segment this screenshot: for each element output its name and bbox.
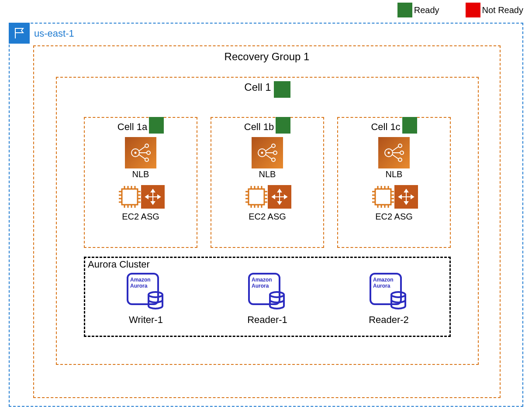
not-ready-swatch-icon <box>466 3 480 17</box>
region-name-label: us-east-1 <box>34 28 74 39</box>
svg-line-6 <box>139 147 145 151</box>
cell1-status-icon <box>274 81 290 98</box>
svg-point-2 <box>135 152 137 154</box>
aurora-cluster-title: Aurora Cluster <box>85 258 449 270</box>
subcell-1a: Cell 1a <box>84 117 197 248</box>
svg-point-69 <box>398 144 402 148</box>
svg-point-4 <box>147 151 150 155</box>
svg-marker-66 <box>284 195 287 199</box>
nlb-icon <box>378 137 410 168</box>
legend-not-ready: Not Ready <box>466 3 524 17</box>
svg-point-103 <box>270 292 284 297</box>
svg-marker-27 <box>151 189 155 192</box>
svg-marker-95 <box>404 202 408 204</box>
aurora-icon-text1: Amazon <box>373 277 394 283</box>
svg-point-37 <box>273 151 277 155</box>
asg-row <box>211 184 323 210</box>
aurora-icon-text1: Amazon <box>130 277 151 283</box>
svg-point-38 <box>272 158 275 161</box>
svg-marker-99 <box>411 195 414 199</box>
svg-point-5 <box>145 158 149 161</box>
aurora-node-label: Reader-1 <box>245 314 289 326</box>
asg-label: EC2 ASG <box>338 212 450 222</box>
svg-marker-29 <box>151 202 155 204</box>
subcell-1b: Cell 1b <box>211 117 324 248</box>
svg-line-74 <box>392 155 398 159</box>
aurora-node-label: Writer-1 <box>124 314 168 326</box>
svg-point-70 <box>400 151 404 155</box>
nlb-icon <box>252 137 283 168</box>
aurora-cluster-container: Aurora Cluster Amazon Aurora <box>84 257 451 337</box>
svg-marker-64 <box>272 195 275 199</box>
aurora-icon-text2: Aurora <box>130 283 148 289</box>
region-flag-icon <box>9 23 30 44</box>
aurora-node-label: Reader-2 <box>367 314 411 326</box>
svg-rect-9 <box>122 189 138 205</box>
subcell-1a-title: Cell 1a <box>117 119 147 133</box>
status-legend: Ready Not Ready <box>397 3 523 17</box>
subcell-1c: Cell 1c <box>337 117 451 248</box>
subcell-1a-status-icon <box>149 117 164 134</box>
aurora-nodes-row: Amazon Aurora Writer-1 <box>85 271 449 326</box>
subcell-1c-status-icon <box>402 117 417 134</box>
nlb-label: NLB <box>85 169 197 179</box>
legend-ready: Ready <box>397 3 439 17</box>
aurora-node-reader1: Amazon Aurora Reader-1 <box>245 271 289 326</box>
svg-point-71 <box>398 158 402 161</box>
svg-marker-62 <box>278 202 281 204</box>
subcell-1c-title: Cell 1c <box>371 119 400 133</box>
aurora-database-icon: Amazon Aurora <box>124 271 168 311</box>
svg-rect-42 <box>249 189 264 205</box>
svg-marker-31 <box>145 195 148 199</box>
cell1-container: Cell 1 Cell 1a <box>56 77 479 365</box>
cell1-header: Cell 1 <box>57 81 478 98</box>
recovery-group-title: Recovery Group 1 <box>34 51 500 63</box>
legend-not-ready-label: Not Ready <box>482 5 524 15</box>
svg-marker-93 <box>404 189 408 192</box>
legend-ready-label: Ready <box>414 5 439 15</box>
svg-marker-60 <box>278 189 281 192</box>
aurora-icon-text1: Amazon <box>252 277 272 283</box>
aurora-database-icon: Amazon Aurora <box>245 271 289 311</box>
svg-point-3 <box>145 144 149 148</box>
aurora-database-icon: Amazon Aurora <box>367 271 411 311</box>
svg-rect-75 <box>375 189 391 205</box>
nlb-label: NLB <box>338 169 450 179</box>
svg-marker-33 <box>158 195 160 199</box>
cell1-title: Cell 1 <box>244 81 271 98</box>
nlb-label: NLB <box>211 169 323 179</box>
svg-line-72 <box>392 147 398 151</box>
subcell-1c-header: Cell 1c <box>338 119 450 134</box>
subcell-1b-title: Cell 1b <box>244 119 274 133</box>
svg-line-41 <box>266 155 272 159</box>
subcell-1a-header: Cell 1a <box>85 119 197 134</box>
ec2-chip-icon <box>370 184 396 210</box>
svg-marker-97 <box>399 195 401 199</box>
autoscaling-icon <box>141 185 165 209</box>
ready-swatch-icon <box>397 3 412 17</box>
svg-point-35 <box>261 152 263 154</box>
svg-point-68 <box>388 152 390 154</box>
ec2-chip-icon <box>243 184 269 210</box>
aurora-node-writer1: Amazon Aurora Writer-1 <box>124 271 168 326</box>
subcell-1b-status-icon <box>276 117 290 134</box>
asg-row <box>85 184 197 210</box>
autoscaling-icon <box>394 185 418 209</box>
nlb-icon <box>125 137 156 168</box>
autoscaling-icon <box>268 185 291 209</box>
asg-label: EC2 ASG <box>211 212 323 222</box>
region-container: us-east-1 Recovery Group 1 Cell 1 Cell 1… <box>9 23 523 407</box>
subcell-1b-header: Cell 1b <box>211 119 323 134</box>
aurora-icon-text2: Aurora <box>252 283 269 289</box>
aurora-node-reader2: Amazon Aurora Reader-2 <box>367 271 411 326</box>
aurora-icon-text2: Aurora <box>373 283 390 289</box>
svg-point-105 <box>391 292 405 297</box>
svg-point-36 <box>272 144 275 148</box>
asg-row <box>338 184 450 210</box>
svg-point-101 <box>149 292 162 297</box>
svg-line-8 <box>139 155 145 159</box>
asg-label: EC2 ASG <box>85 212 197 222</box>
recovery-group-container: Recovery Group 1 Cell 1 Cell 1a <box>33 45 501 398</box>
ec2-chip-icon <box>117 184 143 210</box>
svg-line-39 <box>266 147 272 151</box>
